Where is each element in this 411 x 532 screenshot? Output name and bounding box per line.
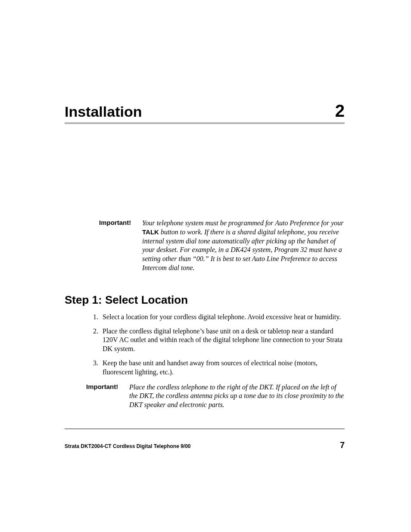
step1-list: 1. Select a location for your cordless d… (86, 313, 345, 377)
list-item-text: Place the cordless digital telephone’s b… (103, 327, 345, 354)
chapter-number: 2 (335, 101, 345, 121)
list-item-number: 2. (86, 327, 103, 354)
list-item: 1. Select a location for your cordless d… (86, 313, 345, 322)
important-note-2: Important! Place the cordless telephone … (86, 383, 345, 410)
chapter-header: Installation 2 (65, 101, 345, 124)
important-note-1: Important! Your telephone system must be… (99, 219, 345, 273)
important-text: Place the cordless telephone to the righ… (129, 383, 345, 410)
important-label: Important! (86, 383, 129, 410)
page-content: Installation 2 Important! Your telephone… (65, 101, 345, 410)
important-text: Your telephone system must be programmed… (142, 219, 345, 273)
list-item-number: 3. (86, 359, 103, 377)
important-text-before: Your telephone system must be programmed… (142, 219, 344, 227)
important-text-after: button to work. If there is a shared dig… (142, 228, 342, 271)
list-item-number: 1. (86, 313, 103, 322)
talk-button-label: TALK (142, 228, 159, 236)
important-label: Important! (99, 219, 142, 273)
footer-rule (65, 429, 345, 429)
list-item-text: Select a location for your cordless digi… (103, 313, 345, 322)
list-item: 3. Keep the base unit and handset away f… (86, 359, 345, 377)
chapter-title: Installation (65, 103, 142, 120)
footer-product-title: Strata DKT2004-CT Cordless Digital Telep… (65, 443, 191, 449)
list-item: 2. Place the cordless digital telephone’… (86, 327, 345, 354)
page-number: 7 (340, 440, 345, 450)
list-item-text: Keep the base unit and handset away from… (103, 359, 345, 377)
section-heading-step1: Step 1: Select Location (65, 293, 345, 307)
page-footer: Strata DKT2004-CT Cordless Digital Telep… (65, 440, 345, 450)
